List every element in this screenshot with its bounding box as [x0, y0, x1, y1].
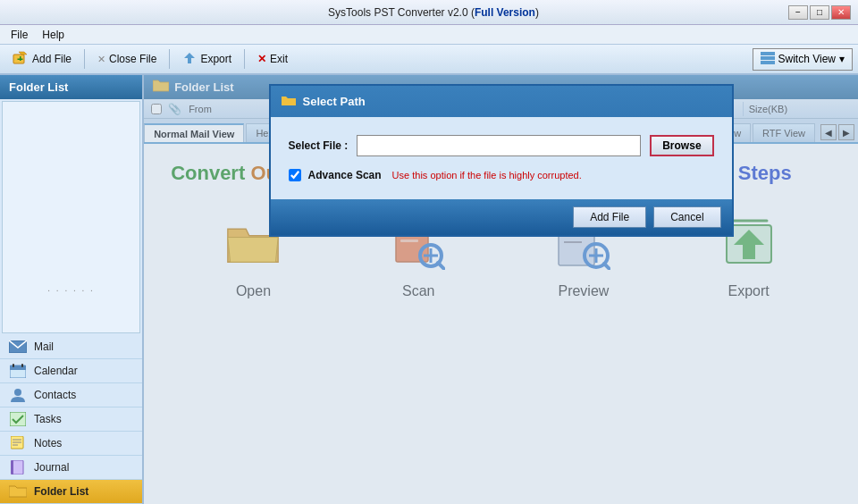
menu-bar: File Help [0, 25, 858, 45]
svg-rect-10 [10, 365, 26, 370]
modal-file-row: Select File : Browse [289, 135, 714, 156]
modal-footer: Add File Cancel [271, 199, 732, 235]
folder-list-label: Folder List [34, 485, 88, 498]
svg-point-13 [14, 389, 21, 396]
modal-cancel-button[interactable]: Cancel [653, 206, 720, 228]
advance-scan-hint: Use this option if the file is highly co… [392, 170, 582, 181]
sidebar-item-folder-list[interactable]: Folder List [0, 480, 142, 504]
modal-title-icon [282, 93, 296, 110]
svg-rect-14 [10, 412, 26, 426]
export-icon [182, 51, 197, 68]
svg-rect-19 [13, 460, 23, 475]
svg-rect-11 [13, 364, 14, 367]
svg-marker-4 [184, 53, 195, 63]
close-file-icon: ✕ [97, 54, 105, 65]
menu-help[interactable]: Help [35, 27, 72, 43]
svg-rect-6 [761, 56, 775, 60]
toolbar: Add File ✕ Close File Export ✕ Exit Swit… [0, 45, 858, 75]
calendar-label: Calendar [34, 365, 78, 377]
sidebar-item-tasks[interactable]: Tasks [0, 407, 142, 432]
folder-list-icon [9, 484, 27, 499]
export-button[interactable]: Export [175, 48, 239, 71]
modal-file-label: Select File : [289, 139, 349, 152]
export-label: Export [200, 53, 231, 65]
tasks-icon [9, 412, 27, 426]
modal-body: Select File : Browse Advance Scan Use th… [271, 117, 732, 199]
close-file-label: Close File [109, 53, 156, 65]
sidebar-tree: . . . . . . [2, 101, 140, 333]
toolbar-separator-2 [169, 49, 170, 69]
title-text: SysTools PST Converter v2.0 (Full Versio… [79, 6, 788, 19]
sidebar: Folder List . . . . . . Mail Calendar [0, 75, 144, 504]
close-button[interactable]: ✕ [831, 5, 851, 20]
contacts-icon [9, 388, 27, 402]
advance-scan-checkbox[interactable] [289, 169, 301, 181]
modal-advance-row: Advance Scan Use this option if the file… [289, 169, 714, 181]
sidebar-title: Folder List [9, 80, 68, 94]
mail-label: Mail [34, 340, 54, 353]
svg-rect-7 [761, 61, 775, 64]
toolbar-left: Add File ✕ Close File Export ✕ Exit [5, 48, 295, 71]
journal-label: Journal [34, 461, 69, 474]
mail-icon [9, 340, 27, 354]
content-wrapper: Folder List 📎 From Subject To Sent Recei… [144, 75, 858, 504]
notes-icon [9, 436, 27, 450]
add-file-icon [13, 51, 29, 68]
version-highlight: Full Version [475, 6, 535, 19]
svg-rect-3 [18, 58, 23, 60]
menu-file[interactable]: File [4, 27, 35, 43]
sidebar-header: Folder List [0, 75, 142, 99]
exit-label: Exit [270, 53, 288, 65]
modal-file-input[interactable] [357, 135, 641, 156]
svg-rect-20 [11, 460, 13, 475]
switch-view-icon [761, 52, 775, 67]
select-path-modal: Select Path Select File : Browse Advance… [269, 84, 734, 237]
sidebar-item-notes[interactable]: Notes [0, 432, 142, 456]
svg-rect-12 [21, 364, 23, 367]
modal-browse-button[interactable]: Browse [650, 135, 713, 156]
switch-view-arrow: ▾ [839, 53, 845, 65]
journal-icon [9, 460, 27, 475]
sidebar-item-contacts[interactable]: Contacts [0, 383, 142, 407]
add-file-button[interactable]: Add File [5, 48, 79, 71]
maximize-button[interactable]: □ [810, 5, 829, 20]
advance-scan-label: Advance Scan [308, 169, 382, 181]
sidebar-item-mail[interactable]: Mail [0, 335, 142, 359]
close-file-button[interactable]: ✕ Close File [90, 50, 164, 68]
sidebar-nav: Mail Calendar Contacts Tasks [0, 335, 142, 504]
contacts-label: Contacts [34, 389, 76, 401]
toolbar-separator-1 [84, 49, 85, 69]
exit-icon: ✕ [257, 53, 266, 65]
main-layout: Folder List . . . . . . Mail Calendar [0, 75, 858, 504]
svg-rect-5 [761, 52, 775, 55]
sidebar-item-journal[interactable]: Journal [0, 456, 142, 480]
switch-view-label: Switch View [778, 53, 836, 65]
toolbar-separator-3 [244, 49, 245, 69]
notes-label: Notes [34, 437, 62, 449]
modal-add-file-button[interactable]: Add File [573, 206, 646, 228]
add-file-label: Add File [32, 53, 72, 65]
modal-title-text: Select Path [303, 95, 366, 108]
title-bar: SysTools PST Converter v2.0 (Full Versio… [0, 0, 858, 25]
modal-overlay: Select Path Select File : Browse Advance… [144, 75, 858, 504]
toolbar-right: Switch View ▾ [753, 48, 853, 71]
tree-dots: . . . . . . [3, 280, 139, 297]
minimize-button[interactable]: − [788, 5, 808, 20]
calendar-icon [9, 364, 27, 378]
modal-title-bar: Select Path [271, 86, 732, 117]
switch-view-button[interactable]: Switch View ▾ [753, 48, 853, 71]
tasks-label: Tasks [34, 413, 62, 425]
exit-button[interactable]: ✕ Exit [250, 50, 295, 68]
sidebar-item-calendar[interactable]: Calendar [0, 359, 142, 383]
window-controls: − □ ✕ [788, 5, 851, 20]
